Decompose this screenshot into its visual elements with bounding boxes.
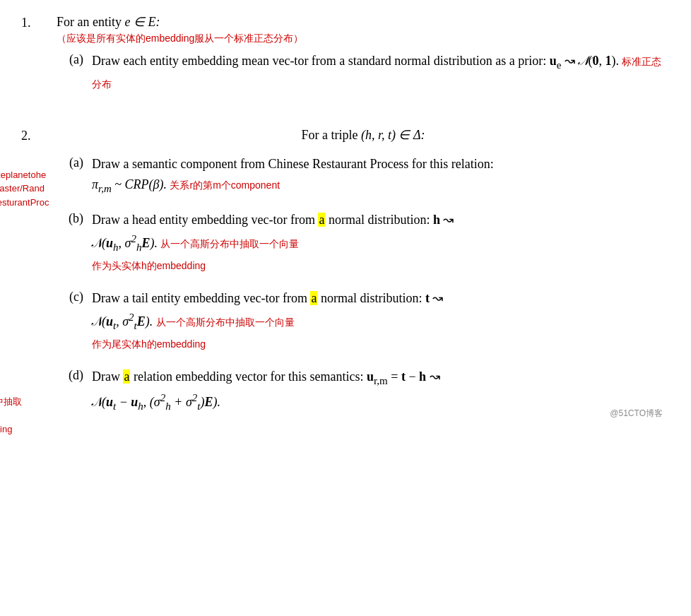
section1-header-text: For an entity — [57, 15, 125, 29]
section1-annotation-top: （应该是所有实体的embedding服从一个标准正态分布） — [57, 32, 670, 45]
letter-2b: (b) — [57, 210, 92, 226]
item2c-text: Draw a tail entity embedding vec-tor fro… — [92, 291, 443, 305]
page-container: 1. For an entity e ∈ E: （应该是所有实体的embeddi… — [21, 14, 670, 427]
numbered-item-2: 2. For a triple (h, r, t) ∈ Δ: 中国餐馆过程： h… — [21, 127, 670, 427]
item2d-text: Draw a relation embedding vector for thi… — [92, 369, 440, 384]
lettered-item-2a: (a) Draw a semantic component from Chine… — [57, 154, 670, 196]
left-ann-d-line1: 从(b)(c)的高斯的组合中抽取 — [0, 396, 22, 407]
left-annotation-d: 从(b)(c)的高斯的组合中抽取 一个向量作为关系 r 的 第 m 个成分的em… — [0, 395, 49, 437]
items-container: 中国餐馆过程： https://github.com/makeplanetohe… — [57, 154, 670, 414]
letter-2c: (c) — [57, 288, 92, 304]
section-2: 2. For a triple (h, r, t) ∈ Δ: 中国餐馆过程： h… — [21, 127, 670, 427]
section2-header-math: (h, r, t) ∈ Δ: — [361, 128, 425, 142]
left-ann-d-line3: 第 m 个成分的embedding — [0, 424, 12, 434]
lettered-item-2b: (b) Draw a head entity embedding vec-tor… — [57, 210, 670, 276]
lettered-body-1a: Draw each entity embedding mean vec-tor … — [92, 51, 670, 93]
item2c-math: 𝒩(ut, σ2tE). — [92, 314, 153, 328]
number-2: 2. — [21, 127, 57, 143]
lettered-item-1a: (a) Draw each entity embedding mean vec-… — [57, 51, 670, 93]
item2a-math: πr,m ~ CRP(β). — [92, 177, 167, 191]
item2a-annotation: 关系r的第m个component — [170, 179, 280, 191]
highlight-a-b: a — [318, 213, 325, 227]
watermark: @51CTO博客 — [610, 408, 663, 420]
section2-header-text: For a triple — [301, 128, 360, 142]
item2b-math: 𝒩(uh, σ2hE). — [92, 236, 158, 250]
crp-link: https://github.com/makeplanetoheaven/Nlp… — [0, 170, 49, 222]
lettered-item-2c: (c) Draw a tail entity embedding vec-tor… — [57, 288, 670, 354]
letter-2d: (d) — [57, 367, 92, 383]
section-1: 1. For an entity e ∈ E: （应该是所有实体的embeddi… — [21, 14, 670, 106]
number-1: 1. — [21, 14, 57, 30]
item2b-text: Draw a head entity embedding vec-tor fro… — [92, 213, 454, 227]
left-annotation-crp: 中国餐馆过程： https://github.com/makeplanetohe… — [0, 154, 49, 223]
section2-body: For a triple (h, r, t) ∈ Δ: 中国餐馆过程： http… — [57, 127, 670, 427]
letter-1a: (a) — [57, 51, 92, 67]
section1-header: For an entity e ∈ E: — [57, 14, 670, 30]
lettered-body-2c: Draw a tail entity embedding vec-tor fro… — [92, 288, 670, 354]
item1a-text: Draw each entity embedding mean vec-tor … — [92, 54, 619, 68]
lettered-item-2d: 从(b)(c)的高斯的组合中抽取 一个向量作为关系 r 的 第 m 个成分的em… — [57, 367, 670, 414]
section1-header-math: e ∈ E: — [125, 15, 160, 29]
item2a-text: Draw a semantic component from Chinese R… — [92, 157, 494, 171]
lettered-body-2a: Draw a semantic component from Chinese R… — [92, 154, 670, 196]
letter-2a: (a) — [57, 154, 92, 170]
lettered-body-2d: Draw a relation embedding vector for thi… — [92, 367, 670, 414]
section1-body: For an entity e ∈ E: （应该是所有实体的embedding服… — [57, 14, 670, 106]
section2-header: For a triple (h, r, t) ∈ Δ: — [57, 127, 670, 143]
highlight-a-d: a — [123, 369, 130, 384]
lettered-body-2b: Draw a head entity embedding vec-tor fro… — [92, 210, 670, 276]
highlight-a-c: a — [310, 291, 317, 305]
numbered-item-1: 1. For an entity e ∈ E: （应该是所有实体的embeddi… — [21, 14, 670, 106]
item2d-math: 𝒩(ut − uh, (σ2h + σ2t)E). — [92, 395, 220, 409]
